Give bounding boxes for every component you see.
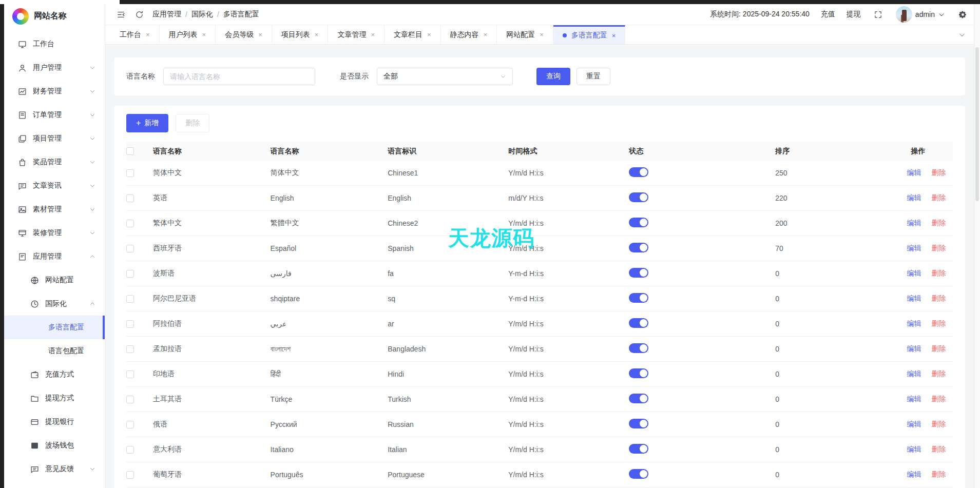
sidebar-item-奖品管理[interactable]: 奖品管理 xyxy=(4,150,105,174)
collapse-sidebar-icon[interactable] xyxy=(114,8,127,21)
user-menu[interactable]: admin xyxy=(896,6,945,23)
tab-文章管理[interactable]: 文章管理× xyxy=(328,25,385,44)
breadcrumb-item[interactable]: 多语言配置 xyxy=(223,10,259,19)
withdraw-link[interactable]: 提现 xyxy=(847,10,861,19)
tab-会员等级[interactable]: 会员等级× xyxy=(216,25,272,44)
sidebar-item-提现方式[interactable]: 提现方式 xyxy=(4,386,105,410)
edit-link[interactable]: 编辑 xyxy=(907,344,921,354)
edit-link[interactable]: 编辑 xyxy=(907,193,921,203)
tab-项目列表[interactable]: 项目列表× xyxy=(272,25,329,44)
row-checkbox[interactable] xyxy=(126,471,134,479)
refresh-icon[interactable] xyxy=(133,8,145,21)
row-checkbox[interactable] xyxy=(126,370,134,378)
row-checkbox[interactable] xyxy=(126,194,134,202)
sidebar-item-工作台[interactable]: 工作台 xyxy=(4,32,105,56)
edit-link[interactable]: 编辑 xyxy=(907,219,921,228)
search-button[interactable]: 查询 xyxy=(536,68,570,85)
sidebar-item-装修管理[interactable]: 装修管理 xyxy=(4,221,105,245)
row-checkbox[interactable] xyxy=(126,169,134,177)
recharge-link[interactable]: 充值 xyxy=(821,10,835,19)
row-checkbox[interactable] xyxy=(126,220,134,227)
edit-link[interactable]: 编辑 xyxy=(907,244,921,253)
sidebar-item-语言包配置[interactable]: 语言包配置 xyxy=(4,339,105,363)
add-button[interactable]: +新增 xyxy=(126,114,168,132)
tab-close-icon[interactable]: × xyxy=(315,31,319,38)
breadcrumb-item[interactable]: 应用管理 xyxy=(152,10,181,19)
status-toggle[interactable] xyxy=(629,419,648,428)
status-toggle[interactable] xyxy=(629,293,648,303)
delete-link[interactable]: 删除 xyxy=(932,344,946,354)
sidebar-item-财务管理[interactable]: 财务管理 xyxy=(4,80,105,103)
sidebar-item-用户管理[interactable]: 用户管理 xyxy=(4,56,105,80)
delete-link[interactable]: 删除 xyxy=(932,269,946,278)
tab-文章栏目[interactable]: 文章栏目× xyxy=(385,25,441,44)
edit-link[interactable]: 编辑 xyxy=(907,269,921,278)
status-toggle[interactable] xyxy=(629,167,648,177)
select-all-checkbox[interactable] xyxy=(126,147,134,155)
row-checkbox[interactable] xyxy=(126,421,134,428)
row-checkbox[interactable] xyxy=(126,396,134,403)
status-toggle[interactable] xyxy=(629,218,648,227)
row-checkbox[interactable] xyxy=(126,446,134,454)
status-toggle[interactable] xyxy=(629,243,648,252)
gear-icon[interactable] xyxy=(956,8,969,21)
tab-静态内容[interactable]: 静态内容× xyxy=(441,25,497,44)
status-toggle[interactable] xyxy=(629,394,648,403)
delete-link[interactable]: 删除 xyxy=(932,193,946,203)
delete-link[interactable]: 删除 xyxy=(932,319,946,328)
status-toggle[interactable] xyxy=(629,343,648,353)
tab-网站配置[interactable]: 网站配置× xyxy=(497,25,553,44)
edit-link[interactable]: 编辑 xyxy=(907,420,921,429)
status-toggle[interactable] xyxy=(629,192,648,202)
sidebar-item-多语言配置[interactable]: 多语言配置 xyxy=(4,316,105,339)
page-scrollbar[interactable] xyxy=(974,4,980,488)
sidebar-item-波场钱包[interactable]: 波场钱包 xyxy=(4,434,105,457)
edit-link[interactable]: 编辑 xyxy=(907,319,921,328)
status-toggle[interactable] xyxy=(629,469,648,479)
breadcrumb-item[interactable]: 国际化 xyxy=(191,10,213,19)
edit-link[interactable]: 编辑 xyxy=(907,369,921,379)
tab-close-icon[interactable]: × xyxy=(540,31,544,38)
sidebar-item-订单管理[interactable]: 订单管理 xyxy=(4,103,105,127)
row-checkbox[interactable] xyxy=(126,270,134,278)
row-checkbox[interactable] xyxy=(126,295,134,303)
tab-close-icon[interactable]: × xyxy=(202,31,206,38)
fullscreen-icon[interactable] xyxy=(872,8,885,21)
tab-多语言配置[interactable]: 多语言配置× xyxy=(553,25,626,44)
tab-close-icon[interactable]: × xyxy=(146,31,150,38)
scrollbar-thumb[interactable] xyxy=(975,47,979,201)
sidebar-item-意见反馈[interactable]: 意见反馈 xyxy=(4,457,105,481)
delete-link[interactable]: 删除 xyxy=(932,168,946,178)
tabbar-chevron-down-icon[interactable] xyxy=(958,25,974,44)
delete-link[interactable]: 删除 xyxy=(932,219,946,228)
delete-link[interactable]: 删除 xyxy=(932,244,946,253)
show-select[interactable]: 全部 xyxy=(377,68,513,85)
sidebar-item-提现银行[interactable]: 提现银行 xyxy=(4,410,105,434)
delete-link[interactable]: 删除 xyxy=(932,395,946,404)
tab-用户列表[interactable]: 用户列表× xyxy=(160,25,216,44)
sidebar-item-项目管理[interactable]: 项目管理 xyxy=(4,127,105,150)
delete-link[interactable]: 删除 xyxy=(932,369,946,379)
sidebar-item-文章资讯[interactable]: 文章资讯 xyxy=(4,174,105,198)
sidebar-item-应用管理[interactable]: 应用管理 xyxy=(4,245,105,268)
sidebar-item-组织管理[interactable]: 组织管理 xyxy=(4,481,105,488)
edit-link[interactable]: 编辑 xyxy=(907,294,921,303)
row-checkbox[interactable] xyxy=(126,245,134,252)
edit-link[interactable]: 编辑 xyxy=(907,470,921,479)
status-toggle[interactable] xyxy=(629,318,648,328)
tab-close-icon[interactable]: × xyxy=(484,31,488,38)
sidebar-item-网站配置[interactable]: 网站配置 xyxy=(4,268,105,292)
edit-link[interactable]: 编辑 xyxy=(907,445,921,454)
sidebar-item-国际化[interactable]: 国际化 xyxy=(4,292,105,316)
tab-工作台[interactable]: 工作台× xyxy=(110,25,160,44)
tab-close-icon[interactable]: × xyxy=(427,31,431,38)
delete-link[interactable]: 删除 xyxy=(932,445,946,454)
tab-close-icon[interactable]: × xyxy=(612,32,616,40)
status-toggle[interactable] xyxy=(629,268,648,278)
status-toggle[interactable] xyxy=(629,368,648,378)
delete-link[interactable]: 删除 xyxy=(932,470,946,479)
sidebar-item-充值方式[interactable]: 充值方式 xyxy=(4,363,105,386)
delete-link[interactable]: 删除 xyxy=(932,294,946,303)
tab-close-icon[interactable]: × xyxy=(371,31,375,38)
row-checkbox[interactable] xyxy=(126,320,134,328)
